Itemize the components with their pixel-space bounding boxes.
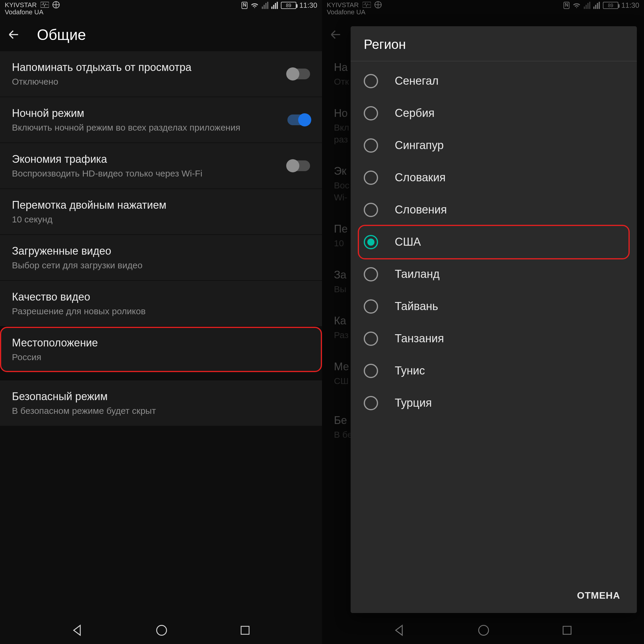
wifi-icon [250,1,259,10]
region-option[interactable]: Словения [351,194,637,226]
nfc-icon: N [241,2,247,9]
row-location[interactable]: МестоположениеРоссия [0,327,322,372]
battery-icon: 89 [281,2,296,9]
signal1-icon [262,2,268,9]
region-option-label: Тайвань [395,300,438,313]
region-option[interactable]: Турция [351,387,637,419]
phone-left: KYIVSTAR Vodafone UA N 89 11:30 Общие Н [0,0,322,644]
region-option-label: Сенегал [395,75,439,88]
cancel-button[interactable]: ОТМЕНА [571,586,626,606]
region-dialog: Регион СенегалСербияСингапурСловакияСлов… [351,26,637,613]
region-option-label: Тунис [395,364,425,377]
row-double-tap-seek[interactable]: Перемотка двойным нажатием10 секунд [0,189,322,234]
android-navbar [0,617,322,644]
region-option-label: Сербия [395,107,434,120]
radio-icon [364,299,378,314]
region-option[interactable]: Сенегал [351,65,637,97]
radio-icon [364,396,378,410]
carrier1: KYIVSTAR [5,1,37,8]
radio-icon [364,106,378,120]
carrier2: Vodafone UA [5,8,59,16]
region-option[interactable]: Сингапур [351,129,637,162]
region-option[interactable]: США [359,226,628,258]
region-option[interactable]: Сербия [351,97,637,129]
radio-icon [364,171,378,185]
toggle-data-saving[interactable] [287,160,310,171]
heartrate-icon [40,2,49,8]
region-option[interactable]: Тунис [351,355,637,387]
page-title: Общие [37,26,86,43]
toggle-remind[interactable] [287,69,310,79]
region-option[interactable]: Танзания [351,323,637,355]
radio-icon [364,267,378,281]
region-option-label: Турция [395,397,432,410]
radio-icon [364,364,378,378]
dialog-title: Регион [351,26,637,61]
radio-icon [364,138,378,153]
row-restricted-mode[interactable]: Безопасный режимВ безопасном режиме буде… [0,380,322,426]
svg-rect-2 [241,626,249,634]
globe-icon [52,1,59,8]
nav-home-icon[interactable] [155,624,168,637]
row-video-quality[interactable]: Качество видеоРазрешение для новых ролик… [0,281,322,326]
region-option-label: Сингапур [395,139,444,152]
status-bar: KYIVSTAR Vodafone UA N 89 11:30 [0,0,322,18]
region-option-label: Словения [395,203,447,216]
radio-icon [364,203,378,217]
region-option[interactable]: Словакия [351,162,637,194]
toggle-night[interactable] [287,114,310,125]
row-remind-rest[interactable]: Напоминать отдыхать от просмотраОтключен… [0,51,322,97]
settings-list: Напоминать отдыхать от просмотраОтключен… [0,51,322,617]
row-downloads[interactable]: Загруженные видеоВыбор сети для загрузки… [0,235,322,280]
svg-point-1 [157,626,167,635]
nav-recent-icon[interactable] [239,624,251,636]
nav-back-icon[interactable] [71,624,84,637]
header: Общие [0,18,322,51]
time: 11:30 [299,1,317,10]
region-option-label: Таиланд [395,268,439,281]
signal2-icon [271,2,278,9]
region-option-label: Словакия [395,171,446,184]
region-option-label: Танзания [395,332,444,345]
radio-icon [364,332,378,346]
region-option-label: США [395,236,421,249]
back-icon[interactable] [7,28,20,41]
row-night-mode[interactable]: Ночной режимВключить ночной режим во все… [0,97,322,143]
phone-right: KYIVSTAR Vodafone UA N 89 11:30 Общие На… [322,0,644,644]
region-option[interactable]: Тайвань [351,290,637,323]
row-data-saving[interactable]: Экономия трафикаВоспроизводить HD-видео … [0,143,322,188]
region-options-list[interactable]: СенегалСербияСингапурСловакияСловенияСША… [351,61,637,580]
radio-icon [364,74,378,88]
radio-icon [364,235,378,249]
region-option[interactable]: Таиланд [351,258,637,290]
